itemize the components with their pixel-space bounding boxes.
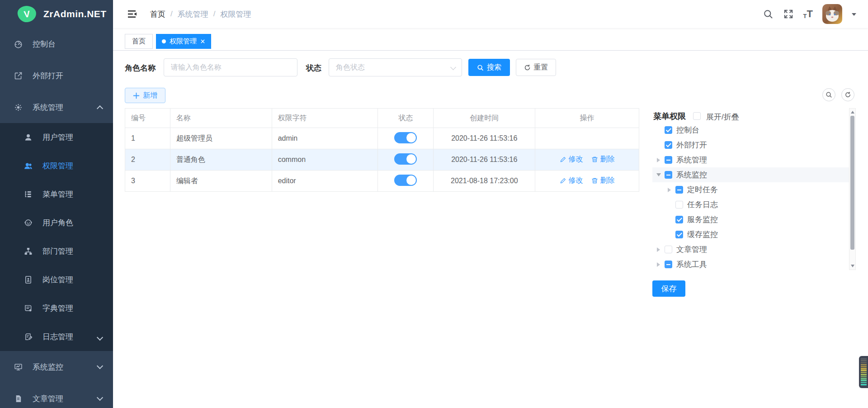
- cell-actions: 修改删除: [535, 171, 639, 192]
- tab-role-mgmt-active[interactable]: 权限管理: [156, 34, 211, 49]
- sidebar-item-label: 控制台: [33, 39, 56, 49]
- delete-link[interactable]: 删除: [591, 155, 615, 164]
- refresh-table-button[interactable]: [841, 88, 854, 101]
- refresh-icon: [524, 64, 531, 71]
- checkbox-indeterminate[interactable]: [665, 156, 672, 164]
- id-badge-icon: [24, 275, 33, 285]
- checkbox-unchecked[interactable]: [675, 201, 683, 209]
- edit-link[interactable]: 修改: [560, 155, 583, 164]
- sidebar-item-post-mgmt[interactable]: 岗位管理: [0, 266, 113, 294]
- breadcrumb-separator: /: [213, 9, 216, 19]
- sidebar-fold-icon[interactable]: [127, 9, 138, 19]
- sidebar-item-external[interactable]: 外部打开: [0, 60, 113, 91]
- sidebar-item-log-mgmt[interactable]: 日志管理: [0, 323, 113, 351]
- tags-view-bar: 首页 权限管理: [113, 28, 868, 51]
- status-toggle[interactable]: [394, 175, 417, 186]
- expand-arrow-icon[interactable]: [657, 262, 662, 267]
- collapse-arrow-icon[interactable]: [656, 173, 661, 179]
- checkbox-indeterminate[interactable]: [665, 171, 672, 179]
- sidebar-item-label: 外部打开: [33, 71, 63, 81]
- tree-node-highlighted[interactable]: 系统监控: [652, 167, 849, 182]
- sidebar-item-user-mgmt[interactable]: 用户管理: [0, 123, 113, 152]
- trash-icon: [591, 177, 598, 184]
- menu-perms-title: 菜单权限: [653, 111, 686, 122]
- checkbox-unchecked[interactable]: [665, 246, 672, 253]
- delete-link[interactable]: 删除: [591, 176, 615, 185]
- col-header-status: 状态: [378, 109, 434, 128]
- tree-node[interactable]: 系统管理: [652, 152, 849, 167]
- floating-widget-handle[interactable]: [859, 356, 868, 388]
- tree-node[interactable]: 定时任务: [652, 182, 849, 197]
- breadcrumb-home[interactable]: 首页: [150, 9, 165, 19]
- search-icon[interactable]: [763, 9, 774, 19]
- sidebar-item-label: 菜单管理: [42, 189, 73, 199]
- tree-node[interactable]: 外部打开: [652, 138, 849, 152]
- tree-node[interactable]: 缓存监控: [652, 227, 849, 242]
- document-icon: [14, 394, 23, 403]
- sidebar-item-dept-mgmt[interactable]: 部门管理: [0, 237, 113, 266]
- logo[interactable]: V ZrAdmin.NET: [0, 0, 113, 28]
- tree-node[interactable]: 服务监控: [652, 212, 849, 227]
- sidebar-item-label: 用户管理: [42, 132, 73, 142]
- top-navbar: 首页 / 系统管理 / 权限管理 TT: [113, 0, 868, 28]
- main-area: 首页 / 系统管理 / 权限管理 TT 首页: [113, 0, 868, 408]
- user-icon: [24, 133, 33, 142]
- tree-node[interactable]: 文章管理: [652, 242, 849, 257]
- breadcrumb-separator: /: [170, 9, 173, 19]
- edit-link[interactable]: 修改: [560, 176, 583, 185]
- toggle-search-button[interactable]: [822, 88, 835, 101]
- dashboard-icon: [14, 39, 23, 49]
- tab-label: 权限管理: [170, 37, 197, 46]
- scroll-up-icon[interactable]: [849, 109, 855, 115]
- tree-scrollbar[interactable]: [849, 108, 856, 270]
- gear-icon: [14, 103, 23, 112]
- checkbox-checked[interactable]: [675, 231, 683, 238]
- sidebar-item-user-role[interactable]: 用户角色: [0, 209, 113, 237]
- sidebar-item-menu-mgmt[interactable]: 菜单管理: [0, 180, 113, 209]
- fullscreen-icon[interactable]: [783, 9, 794, 19]
- sidebar-item-system-monitor[interactable]: 系统监控: [0, 351, 113, 383]
- scrollbar-thumb[interactable]: [850, 116, 854, 250]
- expand-arrow-icon[interactable]: [657, 247, 662, 252]
- tree-node[interactable]: 控制台: [652, 123, 849, 138]
- app-root: V ZrAdmin.NET 控制台 外部打开 系统管理 用户管理 权限管理: [0, 0, 868, 408]
- caret-down-icon[interactable]: [852, 13, 856, 18]
- expand-arrow-icon[interactable]: [657, 158, 662, 162]
- font-size-icon[interactable]: TT: [803, 9, 813, 19]
- tree-node[interactable]: 系统工具: [652, 257, 849, 272]
- scroll-down-icon[interactable]: [849, 263, 855, 269]
- sidebar-item-label: 系统管理: [33, 102, 63, 113]
- log-edit-icon: [24, 332, 33, 342]
- sidebar-item-article-mgmt[interactable]: 文章管理: [0, 383, 113, 408]
- col-header-created: 创建时间: [434, 109, 535, 128]
- add-button[interactable]: 新增: [125, 88, 165, 103]
- checkbox-indeterminate[interactable]: [665, 261, 672, 268]
- role-name-input[interactable]: [164, 58, 297, 76]
- search-icon: [826, 91, 832, 98]
- col-header-id: 编号: [125, 109, 170, 128]
- org-chart-icon: [24, 247, 33, 256]
- sidebar-item-dict-mgmt[interactable]: 字典管理: [0, 294, 113, 323]
- plus-icon: [133, 92, 140, 99]
- checkbox-indeterminate[interactable]: [675, 186, 683, 194]
- avatar[interactable]: [822, 4, 842, 24]
- tree-node[interactable]: 任务日志: [652, 197, 849, 212]
- checkbox-checked[interactable]: [675, 216, 683, 223]
- search-button[interactable]: 搜索: [468, 59, 510, 76]
- sidebar-item-role-mgmt[interactable]: 权限管理: [0, 152, 113, 180]
- status-select[interactable]: 角色状态: [329, 58, 462, 76]
- status-toggle[interactable]: [394, 132, 417, 143]
- sidebar-item-dashboard[interactable]: 控制台: [0, 28, 113, 60]
- save-button[interactable]: 保存: [652, 280, 685, 297]
- status-toggle[interactable]: [394, 153, 417, 165]
- expand-collapse-checkbox[interactable]: [693, 112, 701, 120]
- tab-home[interactable]: 首页: [125, 34, 153, 49]
- checkbox-checked[interactable]: [665, 141, 672, 149]
- checkbox-checked[interactable]: [665, 126, 672, 134]
- close-icon[interactable]: [200, 39, 205, 44]
- col-header-perm: 权限字符: [272, 109, 378, 128]
- sidebar-submenu-system: 用户管理 权限管理 菜单管理 用户角色 部门管理 岗位管理: [0, 123, 113, 351]
- sidebar-item-system-mgmt[interactable]: 系统管理: [0, 91, 113, 123]
- expand-arrow-icon[interactable]: [668, 188, 673, 192]
- reset-button[interactable]: 重置: [516, 59, 556, 76]
